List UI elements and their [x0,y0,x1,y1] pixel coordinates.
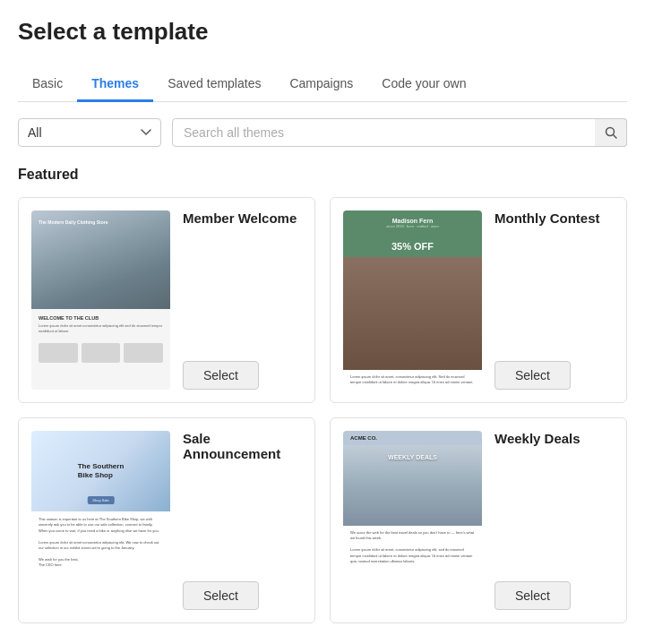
select-button-member-welcome[interactable]: Select [183,361,259,390]
template-thumbnail: ACME CO. We scour the web for the best t… [343,431,482,610]
template-name: Sale Announcement [183,431,302,461]
tab-saved[interactable]: Saved templates [153,67,275,102]
select-button-weekly-deals[interactable]: Select [494,581,571,610]
tab-themes[interactable]: Themes [77,67,153,102]
template-card: Madison Fern since 2019 · born · crafted… [330,197,627,403]
search-icon [605,126,617,139]
search-input[interactable] [172,118,627,147]
template-card: WELCOME TO THE CLUB Lorem ipsum dolor si… [18,197,315,403]
search-wrapper [172,118,627,147]
template-info: Monthly Contest Select [494,210,614,390]
template-thumbnail: The SouthernBike Shop Shop Sale This sea… [31,431,170,610]
select-button-sale-announcement[interactable]: Select [183,581,259,610]
page-title: Select a template [18,18,627,46]
svg-line-1 [613,135,616,139]
template-name: Member Welcome [183,210,302,226]
tab-campaigns[interactable]: Campaigns [275,67,367,102]
featured-label: Featured [18,167,627,183]
tabs-bar: Basic Themes Saved templates Campaigns C… [18,67,627,102]
template-info: Weekly Deals Select [494,431,614,610]
tab-code[interactable]: Code your own [367,67,480,102]
template-name: Weekly Deals [494,431,614,446]
tab-basic[interactable]: Basic [18,67,77,102]
page-wrapper: Select a template Basic Themes Saved tem… [0,0,645,644]
template-thumbnail: WELCOME TO THE CLUB Lorem ipsum dolor si… [31,210,170,390]
template-info: Member Welcome Select [183,210,302,390]
template-info: Sale Announcement Select [183,431,302,610]
template-name: Monthly Contest [494,210,614,226]
template-thumbnail: Madison Fern since 2019 · born · crafted… [343,210,482,390]
templates-grid: WELCOME TO THE CLUB Lorem ipsum dolor si… [18,197,627,623]
featured-section: Featured WELCOME TO THE CLUB Lorem ipsum… [18,167,627,623]
template-card: The SouthernBike Shop Shop Sale This sea… [18,417,315,623]
search-button[interactable] [595,118,627,147]
template-card: ACME CO. We scour the web for the best t… [330,417,627,623]
select-button-monthly-contest[interactable]: Select [494,361,571,390]
category-filter[interactable]: All Newsletter Promotional Welcome [18,118,161,147]
filter-row: All Newsletter Promotional Welcome [18,118,627,147]
